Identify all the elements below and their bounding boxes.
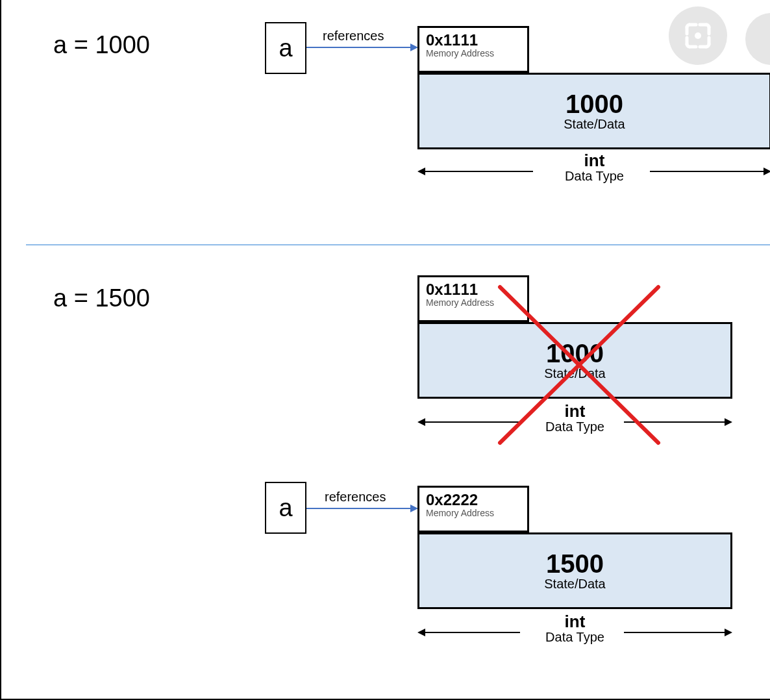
variable-box-2: a [265, 482, 306, 534]
state-value-sub-1: State/Data [564, 117, 625, 132]
svg-marker-6 [764, 168, 770, 175]
svg-marker-8 [417, 418, 425, 426]
memory-address-box-1: 0x1111 Memory Address [417, 26, 529, 73]
variable-name-2: a [279, 494, 292, 522]
svg-point-0 [695, 32, 701, 39]
svg-marker-16 [417, 629, 425, 636]
memory-address-1: 0x1111 [426, 32, 521, 49]
lens-button[interactable] [669, 6, 727, 65]
variable-box-1: a [265, 22, 306, 74]
state-value-1: 1000 [565, 91, 623, 117]
partial-button[interactable] [745, 13, 770, 65]
diagram-canvas: a = 1000 a references 0x1111 Memory Addr… [0, 0, 770, 700]
svg-marker-10 [725, 418, 732, 426]
state-box-new: 1500 State/Data [417, 532, 732, 609]
type-span-arrow-1 [417, 165, 770, 178]
memory-address-sub-new: Memory Address [426, 508, 521, 518]
type-span-arrow-new [417, 626, 732, 639]
variable-name-1: a [279, 34, 292, 62]
section-divider [26, 244, 770, 245]
svg-marker-4 [417, 168, 425, 175]
state-value-new: 1500 [546, 551, 604, 577]
memory-address-sub-1: Memory Address [426, 49, 521, 58]
assignment-2: a = 1500 [53, 284, 150, 312]
lens-icon [683, 21, 713, 51]
memory-address-box-new: 0x2222 Memory Address [417, 486, 529, 532]
state-value-sub-new: State/Data [544, 577, 606, 592]
reference-arrow-1 [306, 42, 418, 53]
state-box-1: 1000 State/Data [417, 73, 770, 149]
svg-marker-18 [725, 629, 732, 636]
assignment-1: a = 1000 [53, 31, 150, 59]
reference-arrow-2 [306, 503, 418, 514]
cross-out-icon [495, 282, 664, 448]
memory-address-new: 0x2222 [426, 492, 521, 508]
